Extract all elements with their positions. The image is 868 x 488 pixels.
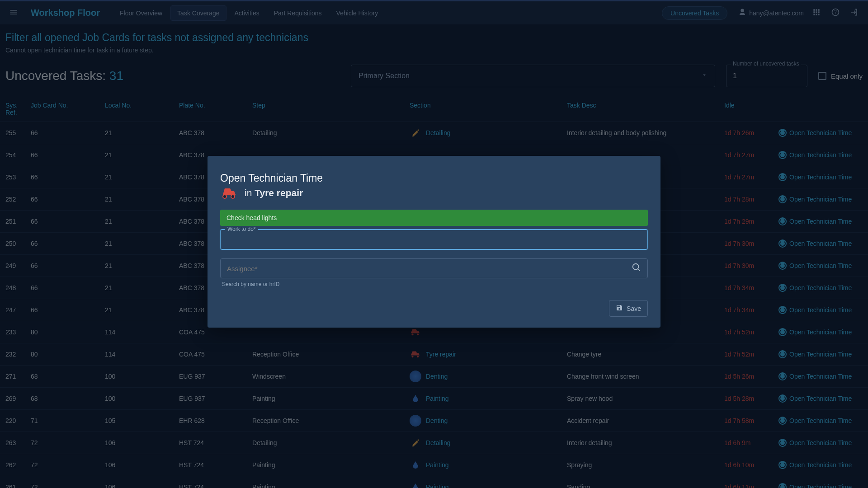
modal-overlay[interactable]: Open Technician Time in Tyre repair Chec…: [0, 0, 868, 488]
dialog-actions: Save: [220, 300, 648, 317]
svg-point-7: [231, 195, 235, 198]
work-to-do-field: Work to do*: [220, 230, 648, 249]
work-to-do-input[interactable]: [220, 230, 648, 249]
task-chip[interactable]: Check head lights: [220, 210, 648, 226]
assignee-input[interactable]: [220, 258, 648, 278]
dialog-subtitle-row: in Tyre repair: [220, 186, 648, 200]
svg-point-6: [223, 195, 226, 198]
dialog-subtitle: in Tyre repair: [245, 188, 303, 198]
vehicle-icon: [220, 186, 238, 200]
dialog-in-prefix: in: [245, 188, 255, 198]
open-technician-time-dialog: Open Technician Time in Tyre repair Chec…: [208, 156, 660, 328]
assignee-field: [220, 258, 648, 278]
dialog-section-name: Tyre repair: [255, 188, 303, 198]
save-icon: [616, 304, 623, 313]
save-button[interactable]: Save: [609, 300, 648, 317]
search-icon[interactable]: [632, 263, 642, 274]
work-to-do-label: Work to do*: [225, 226, 258, 232]
dialog-title: Open Technician Time: [220, 172, 648, 184]
assignee-hint: Search by name or hrID: [220, 281, 648, 287]
save-button-label: Save: [627, 305, 641, 312]
